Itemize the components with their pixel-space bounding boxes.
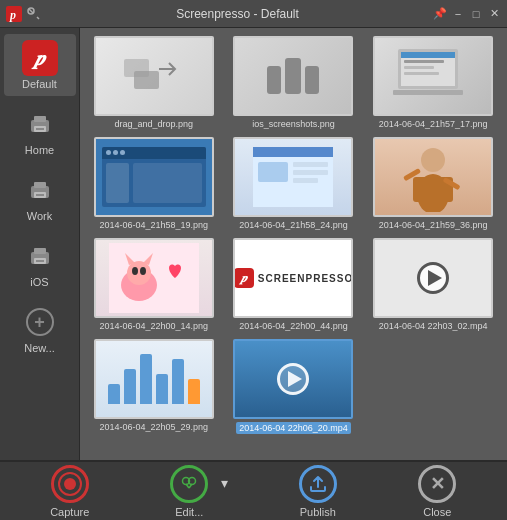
svg-rect-14 — [36, 260, 44, 262]
svg-rect-21 — [404, 60, 444, 63]
thumbnail-9 — [373, 238, 493, 318]
play-icon-11 — [277, 363, 309, 395]
thumbnail-3 — [373, 36, 493, 116]
capture-button[interactable]: Capture — [40, 465, 100, 518]
content-area[interactable]: drag_and_drop.png ios_screenshots.png — [80, 28, 507, 460]
edit-dropdown-arrow[interactable]: ▾ — [221, 475, 228, 491]
grid-item-9[interactable]: 2014-06-04 22h03_02.mp4 — [367, 238, 499, 331]
svg-rect-10 — [36, 194, 44, 196]
svg-point-41 — [140, 267, 146, 275]
close-button-bottom[interactable]: ✕ Close — [407, 465, 467, 518]
close-button[interactable]: ✕ — [487, 7, 501, 21]
phones-icon — [267, 58, 319, 94]
capture-label: Capture — [50, 506, 89, 518]
svg-rect-4 — [34, 116, 46, 122]
thumbnail-5 — [233, 137, 353, 217]
close-label: Close — [423, 506, 451, 518]
window-controls: 📌 − □ ✕ — [433, 7, 501, 21]
grid-label-11: 2014-06-04 22h06_20.mp4 — [236, 422, 351, 434]
titlebar: p Screenpresso - Default 📌 − □ ✕ — [0, 0, 507, 28]
grid-label-9: 2014-06-04 22h03_02.mp4 — [379, 321, 488, 331]
grid-item-5[interactable]: 2014-06-04_21h58_24.png — [228, 137, 360, 230]
window-title: Screenpresso - Default — [42, 7, 433, 21]
grid-label-10: 2014-06-04_22h05_29.png — [100, 422, 209, 432]
maximize-button[interactable]: □ — [469, 7, 483, 21]
svg-rect-28 — [293, 170, 328, 175]
svg-rect-20 — [393, 90, 463, 95]
thumbnail-1 — [94, 36, 214, 116]
thumbnail-7 — [94, 238, 214, 318]
svg-rect-6 — [36, 128, 44, 130]
close-icon: ✕ — [418, 465, 456, 503]
grid-item-10[interactable]: 2014-06-04_22h05_29.png — [88, 339, 220, 434]
grid-item-4[interactable]: 2014-06-04_21h58_19.png — [88, 137, 220, 230]
svg-point-40 — [132, 267, 138, 275]
titlebar-left: p — [6, 6, 42, 22]
grid-item-7[interactable]: 2014-06-04_22h00_14.png — [88, 238, 220, 331]
sidebar-item-work[interactable]: Work — [4, 166, 76, 228]
publish-button[interactable]: Publish — [288, 465, 348, 518]
grid-item-11[interactable]: 2014-06-04 22h06_20.mp4 — [228, 339, 360, 434]
home-printer-icon — [22, 106, 58, 142]
edit-button[interactable]: Edit... — [159, 465, 219, 518]
grid-item-3[interactable]: 2014-06-04_21h57_17.png — [367, 36, 499, 129]
blue-screen-sim — [102, 147, 206, 208]
svg-rect-26 — [258, 162, 288, 182]
grid-label-5: 2014-06-04_21h58_24.png — [239, 220, 348, 230]
thumbnail-8: 𝒑 SCREENPRESSO — [233, 238, 353, 318]
grid-item-1[interactable]: drag_and_drop.png — [88, 36, 220, 129]
pin-button[interactable]: 📌 — [433, 7, 447, 21]
grid-label-3: 2014-06-04_21h57_17.png — [379, 119, 488, 129]
publish-label: Publish — [300, 506, 336, 518]
svg-rect-12 — [34, 248, 46, 254]
sidebar-item-new[interactable]: + New... — [4, 298, 76, 360]
grid-item-8[interactable]: 𝒑 SCREENPRESSO 2014-06-04_22h00_44.png — [228, 238, 360, 331]
sidebar-label-home: Home — [25, 144, 54, 156]
sidebar-item-ios[interactable]: iOS — [4, 232, 76, 294]
sidebar-label-default: Default — [22, 78, 57, 90]
capture-icon — [51, 465, 89, 503]
sidebar-item-home[interactable]: Home — [4, 100, 76, 162]
sidebar: 𝒑 Default Home — [0, 28, 80, 460]
thumbnail-2 — [233, 36, 353, 116]
thumbnail-11 — [233, 339, 353, 419]
grid-label-1: drag_and_drop.png — [115, 119, 194, 129]
publish-icon — [299, 465, 337, 503]
screenpresso-logo: 𝒑 SCREENPRESSO — [234, 268, 353, 288]
grid-label-6: 2014-06-04_21h59_36.png — [379, 220, 488, 230]
svg-rect-16 — [134, 71, 159, 89]
grid-label-4: 2014-06-04_21h58_19.png — [100, 220, 209, 230]
thumbnail-6 — [373, 137, 493, 217]
svg-rect-19 — [401, 52, 455, 58]
svg-point-30 — [421, 148, 445, 172]
edit-label: Edit... — [175, 506, 203, 518]
sidebar-item-default[interactable]: 𝒑 Default — [4, 34, 76, 96]
edit-area: Edit... ▾ — [159, 465, 228, 518]
sidebar-label-ios: iOS — [30, 276, 48, 288]
work-printer-icon — [22, 172, 58, 208]
new-plus-icon: + — [22, 304, 58, 340]
svg-rect-23 — [404, 72, 439, 75]
grid-item-2[interactable]: ios_screenshots.png — [228, 36, 360, 129]
arrows-icon — [119, 49, 189, 104]
play-icon-9 — [417, 262, 449, 294]
minimize-button[interactable]: − — [451, 7, 465, 21]
thumbnail-4 — [94, 137, 214, 217]
bottombar: Capture Edit... ▾ Publish — [0, 460, 507, 520]
svg-rect-29 — [293, 178, 318, 183]
edit-icon — [170, 465, 208, 503]
sidebar-label-new: New... — [24, 342, 55, 354]
grid-label-8: 2014-06-04_22h00_44.png — [239, 321, 348, 331]
chart-bars — [100, 354, 208, 404]
grid-label-7: 2014-06-04_22h00_14.png — [100, 321, 209, 331]
wrench-icon[interactable] — [26, 6, 42, 22]
grid-item-6[interactable]: 2014-06-04_21h59_36.png — [367, 137, 499, 230]
svg-rect-8 — [34, 182, 46, 188]
thumbnail-10 — [94, 339, 214, 419]
grid-label-2: ios_screenshots.png — [252, 119, 335, 129]
default-icon: 𝒑 — [22, 40, 58, 76]
app-icon: p — [6, 6, 22, 22]
svg-point-37 — [127, 261, 151, 285]
svg-rect-27 — [293, 162, 328, 167]
svg-rect-22 — [404, 66, 434, 69]
